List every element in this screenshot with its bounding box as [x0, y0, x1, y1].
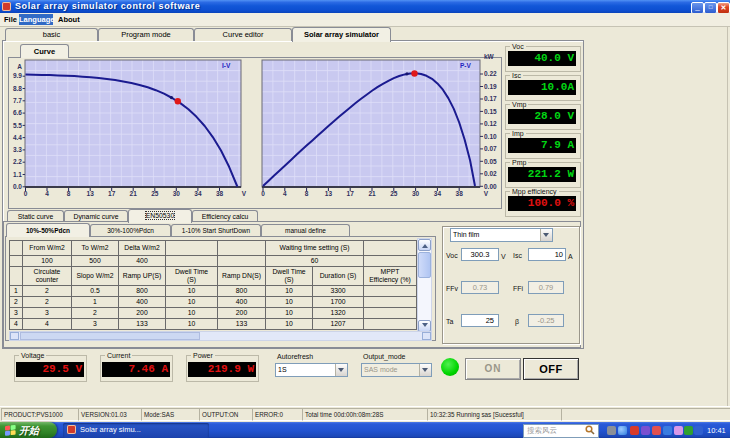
- svg-text:kW: kW: [484, 53, 495, 60]
- svg-text:0.05: 0.05: [484, 158, 497, 165]
- svg-text:P-V: P-V: [460, 62, 472, 69]
- svg-text:21: 21: [368, 190, 376, 197]
- svg-text:I-V: I-V: [222, 62, 231, 69]
- svg-text:0.07: 0.07: [484, 145, 497, 152]
- svg-text:4: 4: [45, 190, 49, 197]
- svg-text:7.7: 7.7: [13, 97, 22, 104]
- svg-text:38: 38: [456, 190, 464, 197]
- svg-text:34: 34: [434, 190, 442, 197]
- svg-text:34: 34: [194, 190, 202, 197]
- svg-text:6.6: 6.6: [13, 109, 22, 116]
- svg-text:3.3: 3.3: [13, 146, 22, 153]
- svg-text:25: 25: [151, 190, 159, 197]
- svg-text:30: 30: [412, 190, 420, 197]
- svg-text:1.1: 1.1: [13, 171, 22, 178]
- svg-text:5.5: 5.5: [13, 122, 22, 129]
- svg-text:17: 17: [347, 190, 355, 197]
- svg-text:0: 0: [261, 190, 265, 197]
- svg-text:V: V: [242, 190, 247, 197]
- svg-text:13: 13: [325, 190, 333, 197]
- svg-text:0: 0: [24, 190, 28, 197]
- svg-text:21: 21: [130, 190, 138, 197]
- svg-text:17: 17: [108, 190, 116, 197]
- svg-text:4: 4: [283, 190, 287, 197]
- svg-text:9.9: 9.9: [13, 72, 22, 79]
- svg-text:0.0: 0.0: [13, 183, 22, 190]
- svg-text:0.10: 0.10: [484, 133, 497, 140]
- svg-text:38: 38: [216, 190, 224, 197]
- svg-text:V: V: [484, 190, 489, 197]
- svg-text:25: 25: [390, 190, 398, 197]
- svg-text:0.12: 0.12: [484, 120, 497, 127]
- svg-text:13: 13: [87, 190, 95, 197]
- svg-text:A: A: [17, 63, 22, 70]
- svg-text:0.19: 0.19: [484, 83, 497, 90]
- svg-text:2.2: 2.2: [13, 158, 22, 165]
- svg-text:30: 30: [173, 190, 181, 197]
- svg-text:4.4: 4.4: [13, 134, 22, 141]
- svg-text:8: 8: [67, 190, 71, 197]
- svg-text:0.02: 0.02: [484, 170, 497, 177]
- svg-text:0.17: 0.17: [484, 95, 497, 102]
- svg-text:0.22: 0.22: [484, 70, 497, 77]
- svg-text:0.00: 0.00: [484, 183, 497, 190]
- svg-text:0.15: 0.15: [484, 108, 497, 115]
- svg-text:8.8: 8.8: [13, 85, 22, 92]
- svg-text:8: 8: [305, 190, 309, 197]
